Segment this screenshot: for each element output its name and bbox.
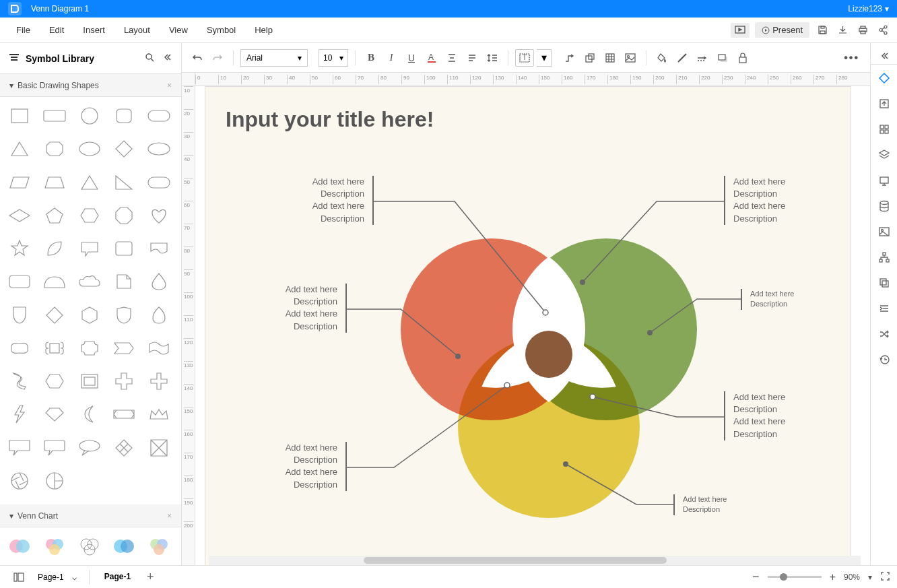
fullscreen-icon[interactable]	[880, 571, 890, 583]
menu-layout[interactable]: Layout	[114, 21, 160, 39]
fill-icon[interactable]	[653, 49, 671, 67]
chevron-down-icon[interactable]: ▾	[885, 4, 889, 13]
undo-icon[interactable]	[189, 49, 206, 67]
align-horizontal-icon[interactable]	[463, 49, 481, 67]
shape-trapezoid[interactable]	[40, 170, 69, 195]
shape-triangle[interactable]	[5, 137, 34, 161]
shape-callout-oval[interactable]	[75, 436, 104, 460]
shape-s-curve[interactable]	[5, 369, 34, 393]
image-icon[interactable]	[622, 49, 639, 67]
close-icon[interactable]: ×	[167, 511, 172, 521]
text-dropdown[interactable]: ▾	[537, 49, 552, 67]
font-select[interactable]: Arial▾	[240, 49, 308, 67]
print-icon[interactable]	[855, 23, 870, 38]
save-icon[interactable]	[815, 23, 830, 38]
shape-shield[interactable]	[5, 303, 34, 327]
font-color-icon[interactable]: A	[423, 49, 440, 67]
present-panel-icon[interactable]	[872, 168, 896, 193]
search-icon[interactable]	[145, 53, 154, 64]
shape-crescent[interactable]	[75, 402, 104, 426]
present-button[interactable]: Present	[755, 22, 809, 38]
page-layout-icon[interactable]	[7, 570, 31, 585]
bold-icon[interactable]: B	[362, 49, 380, 67]
shape-arch[interactable]	[40, 269, 69, 294]
shape-ribbon[interactable]	[110, 402, 138, 426]
shape-callout-rounded[interactable]	[75, 236, 104, 261]
picture-icon[interactable]	[872, 220, 896, 244]
shape-circle[interactable]	[75, 104, 104, 128]
shape-egg[interactable]	[145, 303, 173, 327]
shape-octagon-rect[interactable]	[40, 137, 69, 161]
shape-star[interactable]	[5, 236, 34, 261]
shape-diamond2[interactable]	[40, 303, 69, 327]
shape-hexagon[interactable]	[75, 203, 104, 228]
shape-oval[interactable]	[145, 137, 173, 161]
shadow-icon[interactable]	[714, 49, 731, 67]
download-icon[interactable]	[835, 23, 850, 38]
shape-four-diamond[interactable]	[110, 436, 138, 460]
zoom-slider[interactable]	[768, 576, 822, 578]
menu-insert[interactable]: Insert	[73, 21, 114, 39]
canvas-title[interactable]: Input your title here!	[226, 107, 434, 132]
database-icon[interactable]	[872, 194, 896, 218]
shape-square[interactable]	[5, 104, 34, 128]
label-top-right[interactable]: Add text hereDescriptionAdd text hereDes…	[724, 176, 818, 225]
font-size-select[interactable]: 10▾	[319, 49, 348, 67]
label-bot-right[interactable]: Add text hereDescription	[673, 494, 768, 515]
category-venn-chart[interactable]: ▾ Venn Chart ×	[0, 504, 181, 527]
shape-crown[interactable]	[145, 402, 173, 426]
category-basic-shapes[interactable]: ▾ Basic Drawing Shapes ×	[0, 74, 181, 97]
shape-plaque[interactable]	[75, 336, 104, 360]
shape-folded-card[interactable]	[110, 236, 138, 261]
shape-pentagon[interactable]	[40, 203, 69, 228]
line-style-icon[interactable]	[694, 49, 711, 67]
page-selector[interactable]: Page-1 ⌵	[31, 570, 84, 585]
zoom-out-button[interactable]: −	[752, 570, 760, 584]
lock-icon[interactable]	[734, 49, 752, 67]
label-top-left[interactable]: Add text hereDescriptionAdd text hereDes…	[293, 176, 374, 225]
shape-octagon[interactable]	[110, 203, 138, 228]
share-icon[interactable]	[875, 23, 890, 38]
menu-file[interactable]: File	[7, 21, 40, 39]
shape-bracket[interactable]	[40, 336, 69, 360]
venn-3-color[interactable]	[40, 534, 69, 558]
shape-diamond[interactable]	[110, 137, 138, 161]
shape-heart[interactable]	[145, 203, 173, 228]
venn-2-blue[interactable]	[110, 534, 138, 558]
shape-callout-round[interactable]	[40, 436, 69, 460]
shape-leaf[interactable]	[40, 236, 69, 261]
table-icon[interactable]	[601, 49, 619, 67]
shape-rounded-square[interactable]	[110, 104, 138, 128]
shape-doc-fold[interactable]	[110, 269, 138, 294]
shape-insert-icon[interactable]	[581, 49, 599, 67]
shape-plus[interactable]	[145, 369, 173, 393]
menu-edit[interactable]: Edit	[40, 21, 73, 39]
connector-icon[interactable]	[561, 49, 578, 67]
shape-ellipse[interactable]	[75, 137, 104, 161]
shape-teardrop[interactable]	[145, 269, 173, 294]
zoom-level[interactable]: 90%	[844, 573, 860, 582]
tree-icon[interactable]	[872, 245, 896, 269]
fill-style-icon[interactable]	[872, 66, 896, 90]
redo-icon[interactable]	[209, 49, 226, 67]
shape-rhombus[interactable]	[5, 203, 34, 228]
venn-center[interactable]	[525, 331, 572, 378]
shape-four-triangle[interactable]	[145, 436, 173, 460]
shape-chevron[interactable]	[110, 336, 138, 360]
italic-icon[interactable]: I	[383, 49, 400, 67]
shape-lemon[interactable]	[5, 336, 34, 360]
export-icon[interactable]	[872, 92, 896, 116]
shape-frame[interactable]	[75, 369, 104, 393]
shape-pie[interactable]	[40, 469, 69, 493]
collapse-panel-icon[interactable]	[162, 53, 172, 64]
history-icon[interactable]	[872, 348, 896, 372]
venn-2-color[interactable]	[5, 534, 34, 558]
user-menu[interactable]: Lizzie123	[848, 4, 882, 13]
canvas-viewport[interactable]: Input your title here!	[195, 86, 870, 565]
chevron-down-icon[interactable]: ▾	[868, 573, 872, 582]
expand-panel-icon[interactable]	[871, 47, 897, 65]
shape-wave-rect[interactable]	[145, 236, 173, 261]
shape-gem[interactable]	[40, 402, 69, 426]
text-box-icon[interactable]: T	[515, 49, 534, 67]
shape-callout-rect[interactable]	[5, 436, 34, 460]
